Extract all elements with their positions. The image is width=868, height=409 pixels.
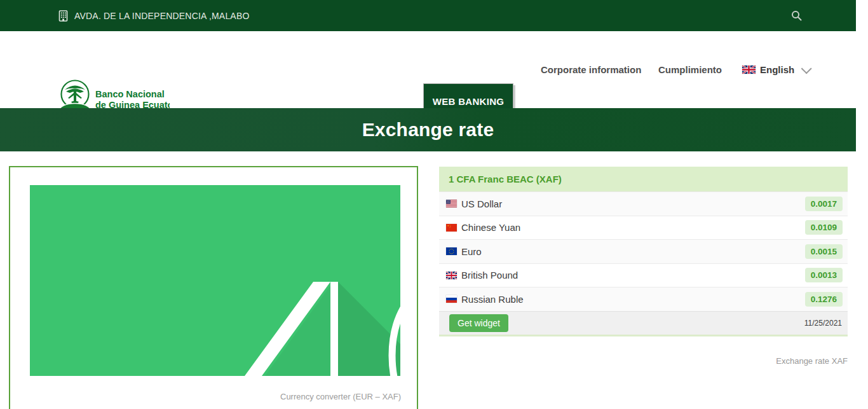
- rate-currency-name: British Pound: [461, 270, 518, 281]
- page-title-banner: Exchange rate: [0, 108, 856, 151]
- rate-currency-name: Russian Ruble: [461, 294, 524, 305]
- nav-corporate-information[interactable]: Corporate information: [541, 31, 641, 108]
- rate-row-russian-ruble: Russian Ruble 0.1276: [439, 287, 848, 311]
- large-digits-40-illustration: [30, 185, 400, 376]
- rate-row-euro: Euro 0.0015: [439, 239, 848, 263]
- rate-currency-name: Euro: [461, 246, 482, 257]
- rates-table-footer: Get widget 11/25/2021: [439, 311, 848, 336]
- logo-line1: Banco Nacional: [95, 89, 165, 99]
- exchange-rate-source-note: Exchange rate XAF: [439, 356, 848, 366]
- page-title: Exchange rate: [362, 119, 494, 141]
- us-flag-icon: [446, 200, 457, 207]
- rate-currency-name: Chinese Yuan: [461, 222, 520, 233]
- chevron-down-icon: [801, 63, 812, 74]
- site-header: BANGE Banco Nacional de Guinea Ecuatoria…: [0, 31, 856, 108]
- rate-value-badge: 0.1276: [805, 292, 843, 307]
- branch-address: AVDA. DE LA INDEPENDENCIA ,MALABO: [58, 10, 250, 22]
- uk-flag-icon: [742, 66, 756, 74]
- branch-address-text: AVDA. DE LA INDEPENDENCIA ,MALABO: [74, 11, 250, 21]
- rate-currency-name: US Dollar: [461, 198, 502, 209]
- china-flag-icon: [446, 224, 457, 232]
- converter-widget-image: [30, 185, 400, 376]
- uk-flag-icon: [446, 272, 457, 279]
- eu-flag-icon: [446, 247, 457, 255]
- language-label: English: [760, 64, 794, 75]
- building-icon: [58, 10, 69, 22]
- converter-caption: Currency converter (EUR – XAF): [280, 392, 401, 401]
- currency-converter-box: Currency converter (EUR – XAF): [9, 166, 418, 409]
- exchange-rates-table: 1 CFA Franc BEAC (XAF) US Dollar 0.0017: [439, 167, 848, 336]
- topbar: AVDA. DE LA INDEPENDENCIA ,MALABO: [0, 0, 856, 31]
- rate-value-badge: 0.0013: [805, 268, 843, 282]
- nav-cumplimiento[interactable]: Cumplimiento: [658, 31, 722, 108]
- rates-table-header: 1 CFA Franc BEAC (XAF): [439, 167, 848, 191]
- rate-value-badge: 0.0017: [805, 197, 843, 211]
- rates-date: 11/25/2021: [804, 319, 842, 328]
- scrollbar-gutter: [856, 0, 868, 409]
- language-switcher[interactable]: English: [742, 31, 809, 108]
- rate-row-chinese-yuan: Chinese Yuan 0.0109: [439, 216, 848, 240]
- rate-row-us-dollar: US Dollar 0.0017: [439, 191, 848, 216]
- rate-value-badge: 0.0015: [805, 244, 843, 259]
- russia-flag-icon: [446, 295, 457, 303]
- get-widget-button[interactable]: Get widget: [449, 314, 508, 332]
- rate-row-british-pound: British Pound 0.0013: [439, 263, 848, 288]
- rate-value-badge: 0.0109: [805, 220, 843, 235]
- search-button[interactable]: [787, 6, 806, 25]
- search-icon: [791, 10, 802, 21]
